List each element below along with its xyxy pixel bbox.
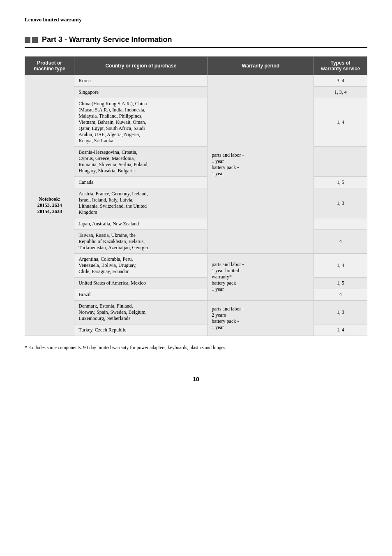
- cell-country: Singapore: [74, 87, 208, 98]
- table-row: Japan, Australia, New Zealand: [25, 218, 367, 230]
- page-number: 10: [25, 376, 367, 382]
- cell-warranty: parts and labor - 1 year battery pack - …: [208, 75, 314, 254]
- table-row: Austria, France, Germany, Iceland, Israe…: [25, 188, 367, 218]
- col-header-product: Product ormachine type: [25, 57, 74, 75]
- cell-country: Denmark, Estonia, Finland, Norway, Spain…: [74, 301, 208, 324]
- cell-country: Turkey, Czech Republic: [74, 324, 208, 336]
- cell-country: Canada: [74, 177, 208, 188]
- footnote: * Excludes some components. 90-day limit…: [25, 344, 367, 351]
- cell-types: 4: [314, 289, 367, 301]
- cell-types: 1, 3: [314, 301, 367, 324]
- cell-product: Notebook: 20153, 2634 20154, 2638: [25, 75, 74, 336]
- cell-types: 1, 4: [314, 254, 367, 278]
- section-title: Part 3 - Warranty Service Information: [25, 35, 367, 48]
- col-header-warranty: Warranty period: [208, 57, 314, 75]
- warranty-table: Product ormachine type Country or region…: [25, 56, 367, 336]
- square-icon-1: [25, 37, 30, 43]
- cell-country: Brazil: [74, 289, 208, 301]
- cell-warranty: parts and labor - 2 years battery pack -…: [208, 301, 314, 336]
- table-row: Brazil4: [25, 289, 367, 301]
- cell-types: [314, 218, 367, 230]
- page-number-text: 10: [193, 376, 199, 382]
- table-row: Singapore1, 3, 4: [25, 87, 367, 98]
- cell-country: China (Hong Kong S.A.R.), China (Macau S…: [74, 98, 208, 147]
- cell-types: 1, 5: [314, 278, 367, 289]
- cell-types: 1, 3: [314, 188, 367, 218]
- cell-country: Austria, France, Germany, Iceland, Israe…: [74, 188, 208, 218]
- cell-types: 4: [314, 230, 367, 254]
- cell-country: Argentina, Colombia, Peru, Venezuela, Bo…: [74, 254, 208, 278]
- cell-types: 3, 4: [314, 75, 367, 87]
- cell-warranty: parts and labor - 1 year limited warrant…: [208, 254, 314, 301]
- square-icon-2: [32, 37, 38, 43]
- cell-country: Japan, Australia, New Zealand: [74, 218, 208, 230]
- table-row: Denmark, Estonia, Finland, Norway, Spain…: [25, 301, 367, 324]
- cell-types: 1, 3, 4: [314, 87, 367, 98]
- cell-country: United States of America, Mexico: [74, 278, 208, 289]
- header-title: Lenovo limited warranty: [25, 16, 82, 23]
- cell-types: 1, 4: [314, 98, 367, 147]
- table-row: Argentina, Colombia, Peru, Venezuela, Bo…: [25, 254, 367, 278]
- col-header-types: Types ofwarranty service: [314, 57, 367, 75]
- cell-country: Taiwan, Russia, Ukraine, the Republic of…: [74, 230, 208, 254]
- table-row: Taiwan, Russia, Ukraine, the Republic of…: [25, 230, 367, 254]
- cell-types: [314, 147, 367, 177]
- cell-country: Korea: [74, 75, 208, 87]
- section-icons: [25, 37, 38, 43]
- section-title-text: Part 3 - Warranty Service Information: [42, 35, 172, 44]
- cell-types: 1, 4: [314, 324, 367, 336]
- col-header-country: Country or region of purchase: [74, 57, 208, 75]
- page-header: Lenovo limited warranty: [25, 16, 367, 23]
- table-row: China (Hong Kong S.A.R.), China (Macau S…: [25, 98, 367, 147]
- cell-country: Bosnia-Herzegovina, Croatia, Cyprus, Gre…: [74, 147, 208, 177]
- table-row: United States of America, Mexico1, 5: [25, 278, 367, 289]
- table-row: Turkey, Czech Republic1, 4: [25, 324, 367, 336]
- table-row: Bosnia-Herzegovina, Croatia, Cyprus, Gre…: [25, 147, 367, 177]
- table-row: Notebook: 20153, 2634 20154, 2638Koreapa…: [25, 75, 367, 87]
- table-header-row: Product ormachine type Country or region…: [25, 57, 367, 75]
- footnote-text: * Excludes some components. 90-day limit…: [25, 345, 226, 350]
- cell-types: 1, 5: [314, 177, 367, 188]
- table-row: Canada1, 5: [25, 177, 367, 188]
